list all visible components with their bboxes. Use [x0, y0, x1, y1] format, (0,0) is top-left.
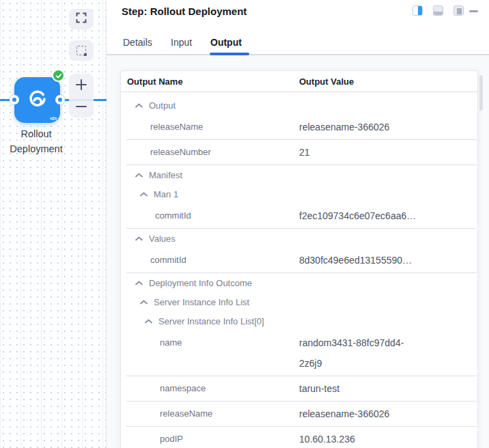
output-kv-row: namespacetarun-test [121, 376, 477, 401]
layout-split-bottom-icon[interactable] [433, 5, 443, 16]
zoom-out-button[interactable] [75, 100, 87, 113]
layout-float-icon[interactable] [453, 5, 464, 16]
chevron-up-icon[interactable] [140, 300, 148, 305]
group-label: Server Instance Info List [154, 297, 249, 307]
group-label: Deployment Info Outcome [149, 278, 252, 288]
table-body: OutputreleaseNamereleasename-366026relea… [121, 92, 477, 448]
node-input-port [10, 95, 19, 104]
fullscreen-button[interactable] [69, 9, 94, 29]
output-name-cell: commitId [121, 250, 299, 270]
output-kv-row: releaseNamereleasename-366026 [121, 402, 477, 426]
node-rollout-deployment[interactable]: </> [14, 77, 60, 123]
group-label: Manifest [149, 170, 182, 180]
active-tab-underline [210, 53, 249, 55]
code-icon: </> [50, 115, 57, 122]
group-label: Server Instance Info List[0] [158, 316, 264, 326]
page-title: Step: Rollout Deployment [122, 5, 247, 17]
output-group-row[interactable]: Output [121, 96, 477, 115]
output-name-cell: podIP [121, 429, 299, 448]
output-group-row[interactable]: Manifest [121, 165, 477, 184]
chevron-up-icon[interactable] [135, 281, 143, 285]
chevron-up-icon[interactable] [145, 319, 152, 324]
chevron-up-icon[interactable] [135, 103, 143, 108]
output-value-cell: 21 [299, 142, 477, 163]
output-table-card: Output Name Output Value OutputreleaseNa… [120, 70, 478, 448]
output-name-cell: name [121, 333, 299, 353]
output-value-cell: f2ec109734c6e07ec6aa6… [299, 206, 477, 226]
layout-split-right-icon[interactable] [413, 5, 423, 16]
node-label: Rollout Deployment [0, 126, 74, 156]
output-group-row[interactable]: Man 1 [121, 184, 477, 204]
zoom-controls [69, 74, 94, 117]
chevron-up-icon[interactable] [135, 236, 143, 241]
output-kv-row: releaseNumber21 [121, 140, 477, 165]
output-kv-row: commitIdf2ec109734c6e07ec6aa6… [121, 204, 477, 228]
table-header-row: Output Name Output Value [121, 71, 477, 92]
marquee-select-button[interactable] [69, 40, 94, 61]
output-kv-row: podIP10.60.13.236 [121, 427, 477, 448]
output-value-cell: tarun-test [299, 378, 477, 399]
output-value-cell: releasename-366026 [299, 404, 477, 424]
chevron-up-icon[interactable] [140, 192, 148, 197]
app-root: { "canvas": { "node": { "label": "Rollou… [0, 0, 489, 448]
output-kv-row: releaseNamereleasename-366026 [121, 115, 477, 139]
output-value-cell: 8d30fc49e6ed13155590… [299, 250, 477, 270]
column-header-output-value: Output Value [299, 76, 354, 87]
fullscreen-icon [76, 12, 87, 26]
group-label: Output [149, 100, 176, 111]
tab-input[interactable]: Input [171, 37, 192, 48]
node-output-port [55, 95, 65, 104]
tab-details[interactable]: Details [123, 37, 152, 48]
pipeline-canvas[interactable]: </> Rollout Deployment [0, 0, 107, 448]
output-value-cell: random3431-88fc97dd4- 2z6j9 [299, 333, 477, 374]
output-kv-row: namerandom3431-88fc97dd4- 2z6j9 [121, 331, 477, 376]
rollout-spiral-icon [26, 87, 49, 113]
output-name-cell: commitId [121, 206, 299, 226]
output-group-row[interactable]: Server Instance Info List [121, 292, 477, 311]
output-name-cell: releaseNumber [121, 142, 299, 163]
output-group-row[interactable]: Values [121, 229, 477, 248]
output-value-cell: releasename-366026 [299, 117, 477, 137]
scrollbar-thumb[interactable] [479, 75, 483, 111]
minimize-icon[interactable] [469, 10, 478, 12]
tab-output[interactable]: Output [210, 37, 242, 48]
output-value-cell: 10.60.13.236 [299, 429, 477, 448]
output-kv-row: commitId8d30fc49e6ed13155590… [121, 248, 477, 272]
output-name-cell: namespace [121, 378, 299, 399]
output-group-row[interactable]: Deployment Info Outcome [121, 273, 477, 292]
group-label: Values [149, 234, 176, 244]
chevron-up-icon[interactable] [135, 173, 143, 178]
output-name-cell: releaseName [121, 404, 299, 424]
column-header-output-name: Output Name [121, 76, 299, 87]
marquee-select-icon [76, 46, 86, 55]
success-check-icon [52, 69, 65, 82]
output-group-row[interactable]: Server Instance Info List[0] [121, 311, 477, 331]
output-name-cell: releaseName [121, 117, 299, 137]
group-label: Man 1 [154, 189, 178, 199]
zoom-in-button[interactable] [75, 79, 87, 91]
